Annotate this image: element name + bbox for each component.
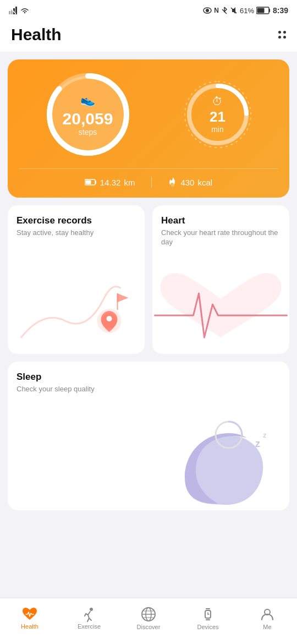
heart-card-title: Heart — [161, 215, 280, 226]
exercise-card-title: Exercise records — [16, 215, 136, 226]
distance-unit: km — [124, 178, 135, 187]
steps-label: steps — [63, 128, 113, 137]
cards-row-1: Exercise records Stay active, stay healt… — [8, 205, 289, 354]
nav-health[interactable]: Health — [0, 607, 59, 630]
heart-svg — [152, 266, 289, 354]
activity-card[interactable]: 👟 20,059 steps — [8, 59, 289, 198]
timer-circle-container: ⏱ 21 min — [182, 79, 254, 150]
battery-icon — [256, 7, 271, 14]
watch-icon — [200, 607, 216, 622]
wifi-icon — [20, 7, 30, 14]
calories-unit: kcal — [197, 178, 212, 187]
svg-point-19 — [171, 183, 174, 187]
timer-icon: ⏱ — [210, 95, 226, 108]
calories-stat: 430 kcal — [168, 177, 212, 187]
activity-bottom-stats: 14.32 km 430 kcal — [19, 168, 278, 188]
sleep-card-subtitle: Check your sleep quality — [16, 385, 280, 394]
menu-dot-3 — [278, 36, 281, 39]
distance-icon — [85, 178, 97, 186]
steps-circle: 👟 20,059 steps — [44, 70, 132, 159]
sleep-ring-indicator — [212, 418, 245, 454]
heart-rate-card[interactable]: Heart Check your heart rate throughout t… — [152, 205, 289, 354]
status-bar: N 61% 8:39 — [0, 0, 297, 20]
svg-rect-9 — [269, 9, 270, 12]
distance-value: 14.32 — [100, 178, 121, 187]
bluetooth-icon — [221, 7, 228, 14]
heart-illustration — [152, 266, 289, 354]
time-display: 8:39 — [273, 6, 288, 15]
status-left-icons — [9, 7, 30, 14]
heart-card-subtitle: Check your heart rate throughout the day — [161, 228, 280, 247]
menu-dot-1 — [278, 31, 281, 34]
discover-nav-label: Discover — [137, 624, 161, 630]
health-nav-label: Health — [21, 623, 38, 630]
exercise-illustration — [8, 266, 145, 354]
exercise-svg — [8, 266, 145, 354]
timer-label: min — [210, 125, 226, 134]
exercise-nav-icon — [81, 607, 97, 621]
steps-value: 20,059 — [63, 110, 113, 128]
svg-point-22 — [107, 316, 112, 321]
battery-percent: 61% — [240, 7, 254, 15]
menu-dot-2 — [283, 31, 286, 34]
timer-value: 21 — [210, 109, 226, 125]
signal-icon — [9, 7, 18, 14]
sleep-card[interactable]: Sleep Check your sleep quality z z — [8, 362, 289, 510]
sleep-card-title: Sleep — [16, 372, 280, 383]
nav-me[interactable]: Me — [238, 607, 297, 630]
svg-text:z: z — [263, 431, 267, 439]
devices-nav-icon — [200, 607, 216, 622]
nav-exercise[interactable]: Exercise — [59, 607, 119, 630]
profile-icon — [260, 607, 275, 622]
distance-stat: 14.32 km — [85, 178, 135, 187]
health-nav-icon — [22, 607, 37, 621]
menu-dot-4 — [283, 36, 286, 39]
sleep-ring-svg — [212, 418, 245, 451]
exercise-nav-label: Exercise — [78, 623, 101, 630]
me-nav-label: Me — [263, 624, 271, 630]
nav-devices[interactable]: Devices — [178, 607, 238, 630]
me-nav-icon — [260, 607, 275, 622]
mute-icon — [230, 7, 238, 14]
flame-icon — [168, 177, 177, 187]
eye-icon — [203, 7, 212, 14]
steps-info: 👟 20,059 steps — [63, 93, 113, 137]
nav-discover[interactable]: Discover — [119, 607, 178, 630]
discover-nav-icon — [141, 607, 156, 622]
svg-rect-17 — [95, 181, 96, 184]
activity-top: 👟 20,059 steps — [19, 70, 278, 159]
main-content: 👟 20,059 steps — [0, 52, 297, 560]
svg-rect-10 — [257, 8, 264, 13]
running-icon — [81, 607, 97, 623]
app-header: Health — [0, 20, 297, 52]
exercise-records-card[interactable]: Exercise records Stay active, stay healt… — [8, 205, 145, 354]
nfc-icon: N — [214, 7, 219, 14]
stat-divider — [151, 177, 152, 188]
svg-point-5 — [206, 9, 209, 12]
exercise-card-subtitle: Stay active, stay healthy — [16, 228, 136, 238]
svg-rect-18 — [85, 181, 91, 184]
shoe-icon: 👟 — [63, 93, 113, 107]
steps-ring: 👟 20,059 steps — [44, 70, 132, 159]
devices-nav-label: Devices — [197, 624, 218, 630]
svg-line-7 — [231, 8, 237, 13]
globe-icon — [141, 607, 156, 622]
svg-text:z: z — [255, 438, 260, 449]
status-right-icons: N 61% 8:39 — [203, 6, 288, 15]
page-title: Health — [11, 25, 62, 44]
timer-info: ⏱ 21 min — [210, 95, 226, 134]
timer-ring: ⏱ 21 min — [182, 79, 254, 150]
calories-value: 430 — [180, 178, 194, 187]
svg-rect-0 — [9, 11, 10, 14]
bottom-navigation: Health Exercise Discover — [0, 598, 297, 644]
health-heart-icon — [22, 607, 37, 621]
svg-point-28 — [90, 608, 93, 611]
more-menu-button[interactable] — [278, 31, 286, 39]
